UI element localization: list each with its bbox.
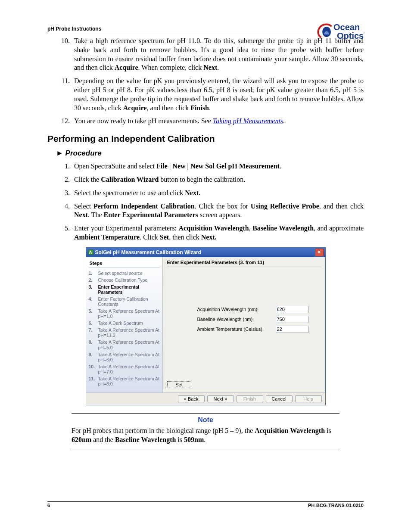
wizard-footer: < Back Next > Finish Cancel Help <box>86 392 325 405</box>
note-body: For pH probes that perform in the biolog… <box>72 426 339 445</box>
ocean-optics-logo: Ocean Optics <box>316 22 368 43</box>
wizard-step-9[interactable]: 9.Take A Reference Spectrum At pH=6.0 <box>89 351 160 363</box>
next-button[interactable]: Next > <box>207 395 234 402</box>
taking-ph-measurements-link[interactable]: Taking pH Measurements <box>213 117 283 124</box>
ambient-temperature-label: Ambient Temperature (Celsius): <box>197 327 273 332</box>
ambient-temperature-input[interactable] <box>276 326 308 333</box>
procedure-heading: ► Procedure <box>56 149 364 158</box>
procedure-step-5: Enter your Experimental parameters: Acqu… <box>72 224 364 242</box>
note-bottom-separator <box>72 449 339 449</box>
page-header-title: pH Probe Instructions <box>47 26 101 32</box>
acquisition-wavelength-input[interactable] <box>276 306 308 313</box>
wizard-step-11[interactable]: 11.Take A Reference Spectrum At pH=8.0 <box>89 375 160 387</box>
calibration-wizard-dialog: SolGel pH Measurement Calibration Wizard… <box>86 247 326 405</box>
wizard-main-heading: Enter Experimental Parameters (3. from 1… <box>167 260 321 267</box>
baseline-wavelength-input[interactable] <box>276 316 308 323</box>
procedure-step-4: Select Perform Independent Calibration. … <box>72 202 364 220</box>
wizard-step-3[interactable]: 3.Enter Experimental Parameters <box>89 283 160 296</box>
wizard-titlebar[interactable]: SolGel pH Measurement Calibration Wizard… <box>86 248 325 257</box>
procedure-step-2: Click the Calibration Wizard button to b… <box>72 175 364 184</box>
wizard-step-10[interactable]: 10.Take A Reference Spectrum At pH=7.0 <box>89 363 160 375</box>
wizard-title: SolGel pH Measurement Calibration Wizard <box>95 249 202 255</box>
wizard-step-7[interactable]: 7.Take A Reference Spectrum At pH=11.0 <box>89 327 160 339</box>
help-button[interactable]: Help <box>295 395 322 402</box>
cancel-button[interactable]: Cancel <box>266 395 293 402</box>
instruction-11: Depending on the value for pK you previo… <box>72 77 364 112</box>
baseline-wavelength-label: Baseline Wavelength (nm): <box>197 317 273 322</box>
finish-button: Finish <box>237 395 263 402</box>
svg-text:Optics: Optics <box>337 31 364 40</box>
wizard-step-5[interactable]: 5.Take A Reference Spectrum At pH=1.0 <box>89 308 160 320</box>
set-button[interactable]: Set <box>167 381 191 388</box>
instruction-12: You are now ready to take pH measurement… <box>72 117 364 126</box>
section-heading: Performing an Independent Calibration <box>47 134 364 144</box>
wizard-app-icon <box>88 249 93 255</box>
wizard-step-2[interactable]: 2.Choose Calibration Type <box>89 277 160 283</box>
svg-text:Ocean: Ocean <box>333 22 360 32</box>
note-top-separator <box>72 413 339 414</box>
wizard-step-1[interactable]: 1.Select spectral source <box>89 270 160 277</box>
wizard-step-4[interactable]: 4.Enter Factory Calibration Constants <box>89 296 160 308</box>
note-heading: Note <box>47 416 364 424</box>
wizard-steps-sidebar: Steps 1.Select spectral source2.Choose C… <box>86 257 163 392</box>
procedure-step-1: Open SpectraSuite and select File | New … <box>72 162 364 171</box>
acquisition-wavelength-label: Acquisition Wavelength (nm): <box>197 307 273 312</box>
procedure-step-3: Select the spectrometer to use and click… <box>72 189 364 198</box>
wizard-step-6[interactable]: 6.Take A Dark Spectrum <box>89 320 160 327</box>
page-number: 6 <box>47 503 50 508</box>
close-icon[interactable]: ✕ <box>315 249 324 256</box>
wizard-step-8[interactable]: 8.Take A Reference Spectrum At pH=5.0 <box>89 339 160 351</box>
doc-id: PH-BCG-TRANS-01-0210 <box>308 503 364 508</box>
steps-heading: Steps <box>89 260 160 268</box>
back-button[interactable]: < Back <box>178 395 205 402</box>
